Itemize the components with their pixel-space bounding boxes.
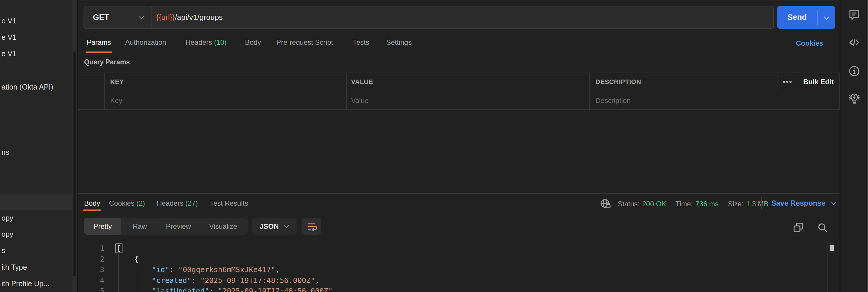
tab-label: Params <box>87 38 111 46</box>
param-key-input[interactable]: Key <box>110 97 122 105</box>
method-selector[interactable]: GET <box>84 6 152 28</box>
json-key: "created" <box>152 276 191 285</box>
tab-label: Test Results <box>210 199 248 207</box>
table-border <box>589 73 590 109</box>
line-number: 1 <box>82 243 104 254</box>
send-button-label[interactable]: Send <box>777 6 817 29</box>
send-options-button[interactable] <box>817 6 835 29</box>
line-number: 5 <box>82 286 104 292</box>
tab-pre-request-script[interactable]: Pre-request Script <box>276 38 333 53</box>
sidebar-item[interactable]: opy <box>1 214 13 222</box>
search-icon <box>817 222 829 233</box>
cookies-count-badge: (2) <box>136 199 145 207</box>
active-tab-underline <box>83 210 101 211</box>
tab-response-headers[interactable]: Headers (27) <box>157 199 198 211</box>
postman-app: e V1 e V1 e V1 ation (Okta API) ns opy o… <box>0 0 868 292</box>
size-label: Size: <box>728 200 743 208</box>
code-token: { <box>134 255 138 263</box>
json-value: "2025-09-19T17:48:56.000Z" <box>218 287 333 292</box>
tab-test-results[interactable]: Test Results <box>210 199 248 211</box>
info-button[interactable] <box>847 64 861 78</box>
comment-icon <box>848 8 861 21</box>
response-body-code[interactable]: [ { "id": "00gqerksh6mMSxJKe417", "creat… <box>117 243 337 292</box>
code-scrollbar[interactable] <box>827 243 834 292</box>
tab-tests[interactable]: Tests <box>353 38 369 53</box>
tab-params[interactable]: Params <box>87 38 111 53</box>
url-input[interactable]: {{url}}/api/v1/groups <box>152 6 223 28</box>
cookies-link[interactable]: Cookies <box>796 39 823 47</box>
param-value-input[interactable]: Value <box>351 97 369 105</box>
tab-label: Settings <box>386 38 412 46</box>
meta-divider <box>761 197 762 210</box>
more-options-icon[interactable] <box>783 81 792 83</box>
format-selected-label: JSON <box>260 222 279 230</box>
table-border <box>798 73 798 91</box>
save-response-button[interactable]: Save Response <box>771 199 835 208</box>
size-value: 1.3 MB <box>746 200 768 208</box>
tab-response-cookies[interactable]: Cookies (2) <box>109 199 145 211</box>
code-token: , <box>275 265 280 274</box>
code-snippet-button[interactable] <box>847 36 861 49</box>
response-view-tabs: Pretty Raw Preview Visualize <box>84 218 248 235</box>
json-value: "2025-09-19T17:48:56.000Z" <box>200 276 315 285</box>
column-header-description: DESCRIPTION <box>595 78 641 86</box>
response-section-divider[interactable] <box>78 193 840 194</box>
tab-response-body[interactable]: Body <box>84 199 100 211</box>
chevron-down-icon <box>831 199 836 205</box>
tab-label: Tests <box>353 38 369 46</box>
indent-guide <box>118 254 119 292</box>
view-tab-pretty[interactable]: Pretty <box>84 218 121 235</box>
request-tabs: Params Authorization Headers (10) Body P… <box>0 38 868 53</box>
sidebar-item[interactable]: ith Profile Up... <box>1 279 50 288</box>
param-description-input[interactable]: Description <box>595 97 631 105</box>
tab-authorization[interactable]: Authorization <box>125 38 166 53</box>
sidebar-item[interactable]: s <box>1 246 5 255</box>
view-tab-raw[interactable]: Raw <box>121 218 158 235</box>
tab-label: Headers <box>157 199 183 207</box>
format-selector[interactable]: JSON <box>252 218 297 235</box>
column-header-key: KEY <box>110 78 124 86</box>
wrap-text-icon <box>306 221 317 232</box>
view-tab-preview[interactable]: Preview <box>158 218 199 235</box>
sidebar-item[interactable]: ation (Okta API) <box>1 82 53 91</box>
sidebar-item[interactable]: e V1 <box>1 16 17 25</box>
tab-settings[interactable]: Settings <box>386 38 412 53</box>
view-tab-visualize[interactable]: Visualize <box>199 218 248 235</box>
info-icon <box>848 65 861 77</box>
code-scrollbar-thumb[interactable] <box>830 245 834 251</box>
headers-count-badge: (10) <box>214 38 226 46</box>
copy-icon <box>793 222 804 233</box>
code-token: , <box>315 276 319 285</box>
sidebar-item[interactable]: ith Type <box>1 263 27 271</box>
tab-body[interactable]: Body <box>245 38 261 53</box>
sidebar-scrollbar-thumb[interactable] <box>73 52 76 276</box>
code-line: "id": "00gqerksh6mMSxJKe417", <box>117 264 337 275</box>
url-bar: GET {{url}}/api/v1/groups <box>84 6 774 29</box>
code-token: : <box>209 287 218 292</box>
code-line: { <box>117 254 337 265</box>
line-number: 3 <box>82 264 104 275</box>
bracket-highlight: [ <box>115 244 123 253</box>
tab-label: Pre-request Script <box>276 38 333 46</box>
code-line: "created": "2025-09-19T17:48:56.000Z", <box>117 275 337 286</box>
postbot-button[interactable] <box>847 91 861 105</box>
sidebar-item[interactable]: ns <box>1 148 9 156</box>
copy-response-button[interactable] <box>792 221 804 234</box>
headers-count-badge: (27) <box>185 199 198 207</box>
bulk-edit-button[interactable]: Bulk Edit <box>802 78 835 86</box>
sidebar-item[interactable]: opy <box>1 230 13 239</box>
url-path: /api/v1/groups <box>175 13 223 22</box>
line-number: 4 <box>82 275 104 286</box>
indent-guide <box>136 265 136 292</box>
query-params-title: Query Params <box>84 58 130 66</box>
status-value: 200 OK <box>642 200 666 208</box>
table-border <box>346 73 347 109</box>
code-token: , <box>333 287 337 292</box>
comments-button[interactable] <box>847 8 861 21</box>
send-button[interactable]: Send <box>777 6 835 29</box>
globe-lock-icon[interactable] <box>599 198 611 210</box>
wrap-text-button[interactable] <box>302 218 321 235</box>
tab-headers[interactable]: Headers (10) <box>186 38 226 53</box>
table-border <box>78 109 840 110</box>
search-response-button[interactable] <box>816 221 829 234</box>
